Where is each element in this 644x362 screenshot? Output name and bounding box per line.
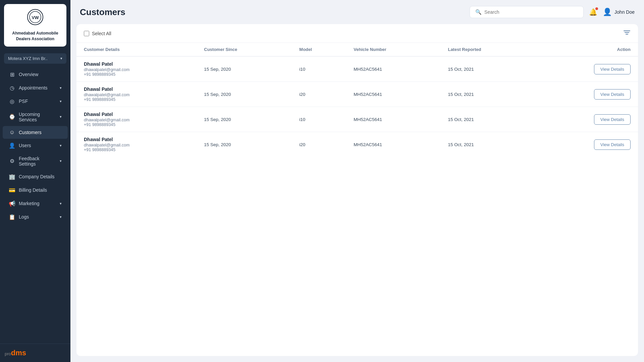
- page-title: Customers: [80, 7, 125, 17]
- pro-label: pro: [5, 351, 11, 356]
- customer-email: dhawalpatel@gmail.com: [84, 67, 189, 72]
- sidebar-item-overview[interactable]: ⊞ Overview: [3, 68, 68, 81]
- model-cell: i20: [292, 132, 346, 157]
- sidebar: VW Ahmedabad Automobile Dealers Associat…: [0, 0, 70, 362]
- vehicle-number-cell: MH52AC5641: [346, 82, 440, 107]
- latest-reported-cell: 15 Oct, 2021: [440, 82, 536, 107]
- chevron-down-icon: ▾: [60, 215, 62, 219]
- company-details-icon: 🏢: [9, 174, 15, 180]
- sidebar-footer: prodms: [0, 344, 70, 362]
- branch-label: Motera XYZ Imn Br..: [8, 56, 48, 61]
- sidebar-item-marketing[interactable]: 📢 Marketing ▾: [3, 197, 68, 210]
- sidebar-item-label: Marketing: [19, 201, 56, 206]
- customers-table: Customer Details Customer Since Model Ve…: [76, 43, 638, 157]
- customer-since-cell: 15 Sep, 2020: [197, 107, 292, 132]
- sidebar-item-feedback-settings[interactable]: ⚙ Feedback Settings ▾: [3, 153, 68, 170]
- action-cell: View Details: [536, 82, 638, 107]
- sidebar-item-company-details[interactable]: 🏢 Company Details: [3, 170, 68, 183]
- col-customer-since: Customer Since: [197, 43, 292, 56]
- dms-label: dms: [11, 349, 26, 357]
- sidebar-item-label: Upcoming Services: [19, 112, 56, 122]
- sidebar-nav: ⊞ Overview ◷ Appointments ▾ ◎ PSF ▾ ⌚ Up…: [0, 65, 70, 344]
- col-customer-details: Customer Details: [76, 43, 197, 56]
- svg-text:VW: VW: [32, 15, 39, 20]
- sidebar-item-label: Overview: [19, 72, 62, 77]
- latest-reported-cell: 15 Oct, 2021: [440, 107, 536, 132]
- customer-name: Dhawal Patel: [84, 137, 189, 142]
- sidebar-item-label: Customers: [19, 130, 62, 135]
- customer-name: Dhawal Patel: [84, 86, 189, 92]
- branch-selector[interactable]: Motera XYZ Imn Br.. ▾: [4, 53, 66, 64]
- table-row: Dhawal Patel dhawalpatel@gmail.com +91 9…: [76, 82, 638, 107]
- latest-reported-cell: 15 Oct, 2021: [440, 56, 536, 82]
- main-content: Customers 🔍 🔔 👤 John Doe Select All: [70, 0, 644, 362]
- notification-button[interactable]: 🔔: [589, 8, 597, 16]
- select-all-checkbox[interactable]: [84, 31, 89, 36]
- topbar: Customers 🔍 🔔 👤 John Doe: [70, 0, 644, 24]
- sidebar-item-logs[interactable]: 📋 Logs ▾: [3, 210, 68, 224]
- sidebar-item-users[interactable]: 👤 Users ▾: [3, 139, 68, 152]
- customers-table-wrap: Customer Details Customer Since Model Ve…: [76, 43, 638, 356]
- filter-button[interactable]: [623, 29, 631, 38]
- customer-phone: +91 9898889345: [84, 147, 189, 152]
- view-details-button[interactable]: View Details: [594, 114, 631, 125]
- col-vehicle-number: Vehicle Number: [346, 43, 440, 56]
- customer-email: dhawalpatel@gmail.com: [84, 93, 189, 97]
- sidebar-item-psf[interactable]: ◎ PSF ▾: [3, 95, 68, 108]
- customer-phone: +91 9898889345: [84, 122, 189, 127]
- sidebar-item-label: Users: [19, 143, 56, 148]
- user-avatar-icon: 👤: [603, 8, 612, 16]
- table-row: Dhawal Patel dhawalpatel@gmail.com +91 9…: [76, 107, 638, 132]
- sidebar-item-customers[interactable]: ☺ Customers: [3, 126, 68, 139]
- vehicle-number-cell: MH52AC5641: [346, 56, 440, 82]
- content-card: Select All Customer Details Customer Sin…: [76, 24, 638, 356]
- col-action: Action: [536, 43, 638, 56]
- view-details-button[interactable]: View Details: [594, 89, 631, 100]
- sidebar-item-upcoming-services[interactable]: ⌚ Upcoming Services ▾: [3, 108, 68, 126]
- select-all-label[interactable]: Select All: [84, 31, 111, 36]
- chevron-down-icon: ▾: [60, 86, 62, 90]
- customer-details-cell: Dhawal Patel dhawalpatel@gmail.com +91 9…: [76, 82, 197, 107]
- view-details-button[interactable]: View Details: [594, 139, 631, 150]
- upcoming-services-icon: ⌚: [9, 114, 15, 120]
- users-icon: 👤: [9, 142, 15, 149]
- search-icon: 🔍: [475, 9, 482, 15]
- view-details-button[interactable]: View Details: [594, 64, 631, 74]
- notification-badge: [595, 7, 598, 10]
- chevron-down-icon: ▾: [60, 143, 62, 148]
- feedback-settings-icon: ⚙: [9, 158, 15, 164]
- sidebar-item-appointments[interactable]: ◷ Appointments ▾: [3, 81, 68, 95]
- sidebar-item-billing-details[interactable]: 💳 Billing Details: [3, 184, 68, 197]
- user-name: John Doe: [614, 9, 635, 15]
- customer-email: dhawalpatel@gmail.com: [84, 143, 189, 147]
- customer-name: Dhawal Patel: [84, 61, 189, 67]
- customer-since-cell: 15 Sep, 2020: [197, 132, 292, 157]
- vw-logo-icon: VW: [7, 9, 63, 28]
- action-cell: View Details: [536, 107, 638, 132]
- sidebar-item-label: Company Details: [19, 174, 62, 179]
- action-cell: View Details: [536, 132, 638, 157]
- pro-dms-logo: prodms: [5, 349, 66, 357]
- appointments-icon: ◷: [9, 85, 15, 91]
- chevron-down-icon: ▾: [60, 115, 62, 119]
- logs-icon: 📋: [9, 214, 15, 220]
- chevron-down-icon: ▾: [60, 159, 62, 163]
- marketing-icon: 📢: [9, 200, 15, 207]
- customer-details-cell: Dhawal Patel dhawalpatel@gmail.com +91 9…: [76, 107, 197, 132]
- table-row: Dhawal Patel dhawalpatel@gmail.com +91 9…: [76, 132, 638, 157]
- col-latest-reported: Latest Reported: [440, 43, 536, 56]
- sidebar-item-label: Billing Details: [19, 187, 62, 193]
- sidebar-item-label: PSF: [19, 99, 56, 104]
- customer-phone: +91 9898889345: [84, 97, 189, 102]
- search-box[interactable]: 🔍: [470, 6, 584, 18]
- action-cell: View Details: [536, 56, 638, 82]
- search-input[interactable]: [484, 9, 578, 15]
- topbar-right: 🔍 🔔 👤 John Doe: [470, 6, 635, 18]
- table-header-row: Customer Details Customer Since Model Ve…: [76, 43, 638, 56]
- customer-since-cell: 15 Sep, 2020: [197, 56, 292, 82]
- model-cell: i20: [292, 82, 346, 107]
- col-model: Model: [292, 43, 346, 56]
- sidebar-item-label: Feedback Settings: [19, 156, 56, 167]
- chevron-down-icon: ▾: [60, 56, 62, 61]
- chevron-down-icon: ▾: [60, 99, 62, 104]
